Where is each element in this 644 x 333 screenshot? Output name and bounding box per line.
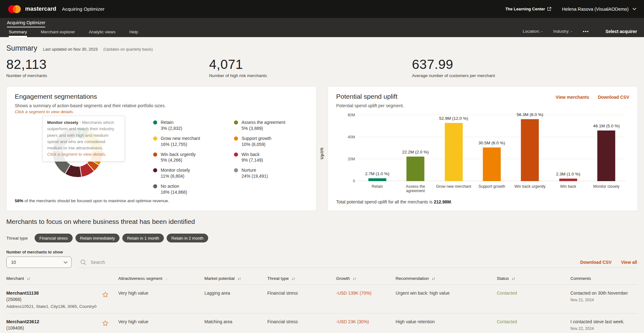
table-links: Download CSV View all bbox=[580, 260, 637, 265]
legend-item[interactable]: Nurture24% (19,491) bbox=[234, 167, 308, 179]
threat-chip[interactable]: Retain in 2 month bbox=[167, 234, 208, 242]
legend-text: No action18% (14,868) bbox=[161, 183, 187, 195]
comment-text: I contacted steve last week. bbox=[570, 319, 638, 324]
donut-chart-zone: Monitor closely - Merchants which outper… bbox=[15, 116, 153, 195]
comment-text: Contacted on 30th November bbox=[570, 291, 638, 296]
table-header-row: Merchant↓↑Attractiveness segment↓↑Market… bbox=[6, 273, 638, 285]
merchant-name[interactable]: Merchant11138 bbox=[6, 291, 101, 296]
tab-help[interactable]: Help bbox=[129, 27, 138, 37]
legend-item[interactable]: Support growth10% (8,059) bbox=[234, 136, 308, 147]
merchant-count-value: 10 bbox=[11, 260, 16, 265]
legend-item[interactable]: Win back9% (7,149) bbox=[234, 152, 308, 164]
x-axis-label: Grow new merchant bbox=[435, 184, 473, 193]
status-badge: Contacted bbox=[497, 289, 569, 309]
merchant-count-select[interactable]: 10 bbox=[6, 257, 72, 268]
tab-analytic-views[interactable]: Analytic views bbox=[89, 27, 116, 37]
table-body: Merchant11138(25068)Address10521, State1… bbox=[6, 285, 638, 333]
stat-value: 637.99 bbox=[412, 57, 638, 72]
sort-icon: ↓↑ bbox=[291, 276, 295, 281]
legend-item[interactable]: Grow new merchant16% (12,755) bbox=[153, 136, 223, 147]
bar-column: 2.7M (1.0 %) bbox=[358, 115, 396, 181]
attractiveness-cell: Very high value bbox=[118, 318, 203, 333]
column-header-market-potential[interactable]: Market potential↓↑ bbox=[204, 276, 266, 281]
user-menu[interactable]: Helena Rasova (VisualAODemo) bbox=[562, 7, 636, 12]
bar-segment[interactable] bbox=[445, 123, 463, 181]
table-controls: Number of merchants to show 10 Do bbox=[6, 250, 638, 268]
total-suffix: . bbox=[451, 199, 452, 204]
merchants-table: Merchant↓↑Attractiveness segment↓↑Market… bbox=[6, 273, 638, 333]
table-download-csv-link[interactable]: Download CSV bbox=[580, 260, 612, 265]
legend-value: 11% (8,804) bbox=[161, 173, 190, 179]
overflow-menu-button[interactable]: ••• bbox=[583, 29, 589, 34]
column-header-recommendation[interactable]: Recommendation↓↑ bbox=[396, 276, 496, 281]
download-csv-link[interactable]: Download CSV bbox=[598, 95, 629, 100]
bar-column: 2.3M (1.0 %) bbox=[549, 115, 587, 181]
y-tick-label: 40M bbox=[348, 135, 355, 139]
legend-item[interactable]: Monitor closely11% (8,804) bbox=[153, 167, 223, 179]
comment-date: Nov 22, 2024 bbox=[570, 326, 638, 331]
learning-center-link[interactable]: The Learning Center bbox=[505, 7, 551, 11]
stat-value: 82,113 bbox=[6, 57, 209, 72]
legend-value: 5% (3,889) bbox=[242, 125, 285, 131]
bar-segment[interactable] bbox=[597, 130, 615, 181]
tab-summary[interactable]: Summary bbox=[9, 27, 27, 37]
threat-chip[interactable]: Retain in 1 month bbox=[122, 234, 164, 242]
column-header-attractiveness-segment[interactable]: Attractiveness segment↓↑ bbox=[118, 276, 203, 281]
view-merchants-link[interactable]: View merchants bbox=[556, 95, 589, 100]
legend-item[interactable]: Assess the agreement5% (3,889) bbox=[234, 119, 308, 131]
sort-icon: ↓↑ bbox=[237, 276, 241, 281]
legend-label: Nurture bbox=[242, 167, 268, 173]
favorite-star-button[interactable] bbox=[102, 291, 109, 299]
column-label: Threat type bbox=[267, 276, 289, 281]
threat-type-label: Threat type bbox=[6, 236, 28, 241]
uplift-total: Total potential spend uplift for all the… bbox=[336, 199, 629, 204]
table-row: Merchant11138(25068)Address10521, State1… bbox=[6, 285, 638, 313]
legend-text: Win back urgently5% (4,266) bbox=[161, 152, 196, 164]
nav-row: Summary Merchant explorer Analytic views… bbox=[7, 27, 637, 37]
bar-value-label: 52.9M (12.0 %) bbox=[439, 116, 468, 121]
legend-dot-icon bbox=[234, 136, 238, 141]
column-label: Comments bbox=[570, 276, 591, 281]
legend-dot-icon bbox=[153, 184, 157, 188]
tab-merchant-explorer[interactable]: Merchant explorer bbox=[41, 27, 75, 37]
sort-icon: ↓↑ bbox=[512, 276, 515, 281]
market-potential-cell: Matching area bbox=[204, 318, 266, 333]
threat-chip[interactable]: Retain immediately bbox=[75, 234, 120, 242]
uplift-title: Potential spend uplift bbox=[336, 93, 397, 100]
bar-segment[interactable] bbox=[483, 147, 501, 181]
merchant-cell: Merchant23612(108406)State11, City3917, … bbox=[6, 318, 101, 333]
column-header-growth[interactable]: Growth↓↑ bbox=[336, 276, 394, 281]
merchant-name[interactable]: Merchant23612 bbox=[6, 319, 101, 324]
bar-segment[interactable] bbox=[368, 178, 386, 181]
bar-segment[interactable] bbox=[521, 119, 539, 181]
brand-group: mastercard Acquiring Optimizer bbox=[8, 5, 104, 14]
engagement-cta-link[interactable]: Click a segment to view details. bbox=[15, 109, 74, 114]
bar-segment[interactable] bbox=[559, 179, 577, 181]
total-prefix: Total potential spend uplift for all the… bbox=[336, 199, 434, 204]
search-input[interactable] bbox=[91, 260, 636, 265]
industry-filter-label: Industry: - bbox=[553, 29, 572, 34]
column-label: Merchant bbox=[6, 276, 24, 281]
legend-item[interactable]: Retain3% (2,832) bbox=[153, 119, 223, 131]
legend-label: Monitor closely bbox=[161, 167, 190, 173]
column-header-merchant[interactable]: Merchant↓↑ bbox=[6, 276, 101, 281]
legend-item[interactable]: Win back urgently5% (4,266) bbox=[153, 152, 223, 164]
segment-legend: Retain3% (2,832)Grow new merchant16% (12… bbox=[153, 119, 308, 195]
legend-dot-icon bbox=[234, 120, 238, 125]
legend-label: Retain bbox=[161, 119, 182, 125]
select-acquirer-button[interactable]: Select acquirer bbox=[606, 29, 637, 34]
threat-type-row: Threat type Financial stressRetain immed… bbox=[6, 234, 638, 242]
bar-segment[interactable] bbox=[407, 157, 425, 181]
threat-chip[interactable]: Financial stress bbox=[35, 234, 72, 242]
comment-date: Nov 21, 2024 bbox=[570, 298, 638, 302]
column-header-threat-type[interactable]: Threat type↓↑ bbox=[267, 276, 335, 281]
tooltip-title: Monitor closely bbox=[47, 120, 78, 125]
product-tab[interactable]: Acquiring Optimizer bbox=[7, 20, 45, 27]
legend-text: Grow new merchant16% (12,755) bbox=[161, 136, 200, 147]
column-header-status[interactable]: Status↓↑ bbox=[497, 276, 569, 281]
favorite-star-button[interactable] bbox=[102, 320, 109, 328]
legend-item[interactable]: No action18% (14,868) bbox=[153, 183, 223, 195]
view-all-link[interactable]: View all bbox=[621, 260, 637, 265]
x-axis-label: Assess the agreement bbox=[396, 184, 434, 193]
bar-value-label: 30.5M (6.0 %) bbox=[479, 141, 505, 145]
